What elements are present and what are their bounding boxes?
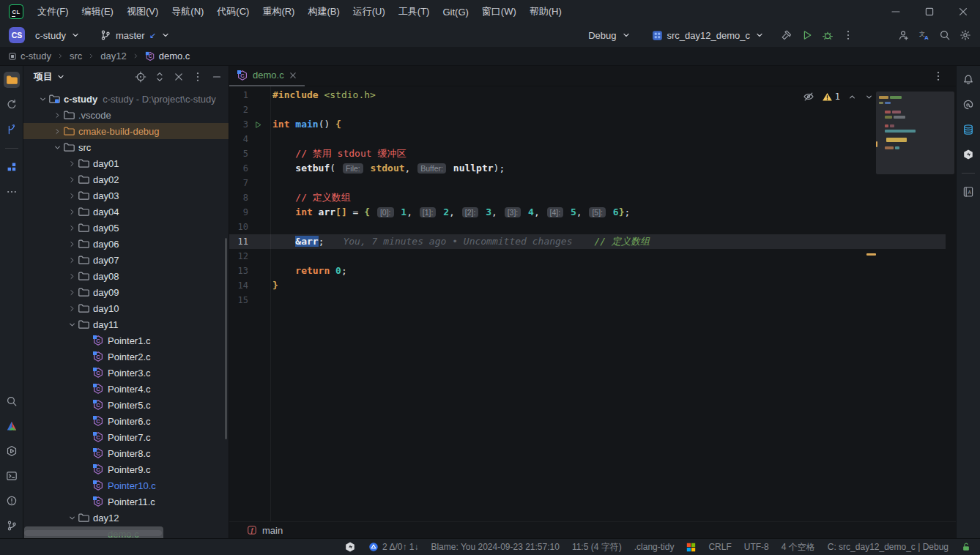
menu-item-t[interactable]: 工具(T) [392,0,437,23]
run-icon[interactable] [797,26,817,45]
menu-item-h[interactable]: 帮助(H) [523,0,568,23]
resolve-context[interactable]: C: src_day12_demo_c | Debug [828,542,949,552]
tree-item-day03[interactable]: day03 [23,187,229,204]
editor-gutter[interactable]: 123456789101112131415 [229,86,271,521]
tree-item-day05[interactable]: day05 [23,220,229,236]
code-line-14[interactable]: } [272,278,278,293]
run-config-selector[interactable]: src_day12_demo_c [647,26,769,45]
menu-item-v[interactable]: 视图(V) [120,0,165,23]
warning-indicator[interactable]: 1 [822,92,840,103]
close-tab-icon[interactable] [289,71,297,80]
tree-item-Pointer1-c[interactable]: CPointer1.c [23,332,229,349]
services-tool-icon[interactable] [4,443,20,459]
line-number-7[interactable]: 7 [229,176,248,190]
maximize-button[interactable] [913,0,946,23]
indent-style[interactable]: 4 个空格 [782,541,815,554]
code-line-1[interactable]: #include <stdio.h> [272,88,376,103]
tree-item-day10[interactable]: day10 [23,300,229,316]
breadcrumb-item-src[interactable]: src [67,51,84,62]
line-number-12[interactable]: 12 [229,249,248,264]
menu-item-u[interactable]: 运行(U) [346,0,392,23]
line-number-10[interactable]: 10 [229,220,248,234]
next-problem-icon[interactable] [864,92,874,102]
line-number-8[interactable]: 8 [229,190,248,205]
translate-icon[interactable]: 文A [914,26,935,45]
expand-collapse-icon[interactable] [152,70,167,84]
ms-account-icon[interactable] [686,543,696,552]
menu-item-gitg[interactable]: Git(G) [436,0,475,23]
tree-item-cmake-build-debug[interactable]: cmake-build-debug [23,123,229,139]
commit-tool-icon[interactable] [4,122,20,138]
code-line-6[interactable]: setbuf( File: stdout, Buffer: nullptr); [272,161,505,176]
panel-title[interactable]: 项目 [34,70,53,83]
chevron-right-icon[interactable] [66,157,78,169]
ai-assistant-icon[interactable] [960,97,976,113]
tree-horizontal-scrollbar[interactable] [24,530,162,536]
code-line-5[interactable]: // 禁用 stdout 缓冲区 [272,146,406,161]
menu-item-e[interactable]: 编辑(E) [75,0,120,23]
tree-item-Pointer10-c[interactable]: CPointer10.c [23,477,229,493]
tree-item-day01[interactable]: day01 [23,155,229,171]
chevron-down-icon[interactable] [66,512,78,524]
search-everywhere-icon[interactable] [935,26,955,45]
menu-item-f[interactable]: 文件(F) [31,0,75,23]
line-number-3[interactable]: 3 [229,117,248,132]
code-line-9[interactable]: int arr[] = { [0]: 1, [1]: 2, [2]: 3, [3… [272,205,630,220]
current-function[interactable]: main [262,525,283,536]
line-number-15[interactable]: 15 [229,293,248,308]
line-number-2[interactable]: 2 [229,103,248,117]
line-number-5[interactable]: 5 [229,146,248,161]
tree-item-Pointer3-c[interactable]: CPointer3.c [23,365,229,381]
tree-item-Pointer7-c[interactable]: CPointer7.c [23,429,229,445]
menu-item-c[interactable]: 代码(C) [210,0,256,23]
menu-item-r[interactable]: 重构(R) [256,0,301,23]
tree-item-Pointer5-c[interactable]: CPointer5.c [23,397,229,413]
tree-item-day11[interactable]: day11 [23,316,229,332]
cmake-tool-icon[interactable] [4,418,20,434]
run-line-icon[interactable] [254,117,266,132]
tree-item-day02[interactable]: day02 [23,171,229,187]
build-icon[interactable] [776,26,797,45]
chevron-right-icon[interactable] [66,270,78,282]
tree-item-day04[interactable]: day04 [23,204,229,220]
menu-item-b[interactable]: 构建(B) [301,0,346,23]
project-tool-icon[interactable] [4,72,20,88]
collapse-all-icon[interactable] [171,70,186,84]
code-line-8[interactable]: // 定义数组 [272,190,351,205]
file-encoding[interactable]: UTF-8 [744,542,769,552]
code-minimap[interactable] [876,92,954,174]
chevron-right-icon[interactable] [66,190,78,201]
line-number-13[interactable]: 13 [229,264,248,278]
chevron-right-icon[interactable] [51,125,63,137]
line-separator[interactable]: CRLF [708,542,731,552]
hide-panel-icon[interactable] [209,70,224,84]
chevron-right-icon[interactable] [66,254,78,266]
terminal-tool-icon[interactable] [4,468,20,484]
breadcrumb-item-day12[interactable]: day12 [98,51,128,62]
tree-item-day06[interactable]: day06 [23,236,229,252]
tab-demo-c[interactable]: C demo.c [229,66,305,86]
code-line-11[interactable]: &arr;You, 7 minutes ago • Uncommitted ch… [272,234,650,249]
code-line-13[interactable]: return 0; [272,264,347,278]
tree-item-day09[interactable]: day09 [23,284,229,300]
scrollbar-warning-mark[interactable] [866,253,876,256]
chevron-right-icon[interactable] [51,109,63,121]
problems-tool-icon[interactable] [4,493,20,509]
file-writable-icon[interactable] [961,542,971,552]
menu-item-n[interactable]: 导航(N) [165,0,210,23]
structure-tool-icon[interactable] [4,159,20,175]
clang-tidy-profile[interactable]: .clang-tidy [634,542,675,552]
tree-item-c-study[interactable]: c-studyc-study - D:\project\c-study [23,91,229,107]
line-number-11[interactable]: 11 [229,234,248,249]
notifications-icon[interactable] [960,72,976,88]
caret-position[interactable]: 11:5 (4 字符) [572,541,622,554]
code-line-3[interactable]: int main() { [272,117,341,132]
tab-options-icon[interactable] [932,70,944,82]
chevron-down-icon[interactable] [37,93,48,105]
tree-item-Pointer2-c[interactable]: CPointer2.c [23,349,229,365]
breadcrumb-item-c-study[interactable]: c-study [6,51,53,62]
tree-item-Pointer11-c[interactable]: CPointer11.c [23,493,229,510]
line-number-1[interactable]: 1 [229,88,248,103]
line-number-9[interactable]: 9 [229,205,248,220]
plugin-status-widget[interactable] [344,541,356,553]
